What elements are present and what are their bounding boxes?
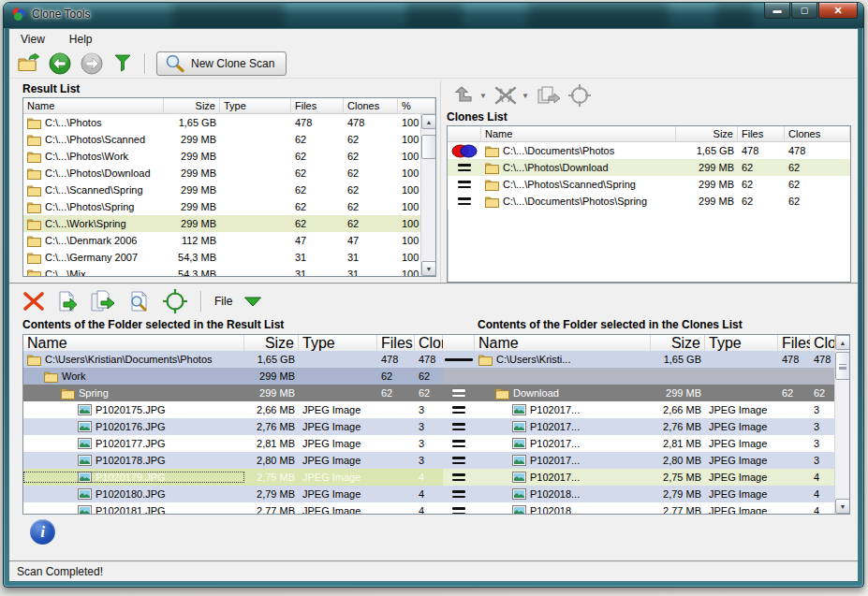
copy-file-icon[interactable] — [90, 290, 116, 313]
result-list-row[interactable]: C:\...\Germany 200754,3 MB3131100 — [23, 249, 420, 266]
locate-icon[interactable] — [163, 289, 187, 313]
result-list-row[interactable]: C:\...\Photos\Scanned299 MB6262100 — [23, 131, 420, 148]
scroll-down-icon[interactable]: ▼ — [835, 499, 850, 514]
column-header-size[interactable]: Size — [676, 126, 738, 142]
scroll-thumb[interactable] — [421, 135, 436, 159]
column-header-name[interactable]: Name — [23, 98, 164, 114]
title-bar[interactable]: Clone Tools ▬ ▢ ✕ — [4, 3, 863, 28]
type-cell: JPEG Image — [705, 438, 778, 449]
clones-contents-row-part[interactable]: P102018...2,77 MBJPEG Image4 — [475, 502, 834, 514]
folder-contents-row[interactable]: P1020176.JPG2,76 MBJPEG Image3P102017...… — [23, 418, 834, 435]
move-file-icon[interactable] — [56, 290, 79, 313]
open-folder-icon[interactable] — [17, 53, 39, 74]
folder-icon — [44, 371, 58, 383]
result-contents-row-part[interactable]: P1020178.JPG2,80 MBJPEG Image3 — [23, 452, 443, 469]
delete-icon[interactable] — [22, 291, 45, 312]
folder-contents-row[interactable]: P1020177.JPG2,81 MBJPEG Image3P102017...… — [23, 435, 834, 452]
folder-contents-row[interactable]: P1020181.JPG2,77 MBJPEG Image4P102018...… — [23, 502, 834, 514]
result-list-row[interactable]: C:\...\Photos\Download299 MB6262100 — [23, 165, 420, 182]
name-cell: C:\...\Mix — [23, 269, 164, 277]
result-contents-row-part[interactable]: P1020177.JPG2,81 MBJPEG Image3 — [23, 435, 443, 452]
clones-contents-row-part[interactable]: P102017...2,66 MBJPEG Image3 — [475, 401, 834, 418]
name-cell: P102017... — [475, 455, 651, 466]
column-header-status[interactable] — [448, 126, 481, 142]
folder-contents-row[interactable]: Work299 MB6262 — [23, 368, 834, 385]
column-header-clones[interactable]: Clones — [344, 98, 398, 114]
item-name: Download — [513, 387, 559, 399]
clones-contents-row-part[interactable]: P102017...2,80 MBJPEG Image3 — [475, 452, 834, 469]
percent-cell: 100 — [398, 167, 420, 179]
clones-contents-row-part[interactable] — [475, 368, 834, 385]
column-header-type[interactable]: Type — [220, 98, 291, 114]
column-header-name[interactable]: Name — [481, 126, 676, 142]
result-list-row[interactable]: C:\...\Photos\Work299 MB6262100 — [23, 148, 420, 165]
minimize-button[interactable]: ▬ — [764, 3, 790, 19]
clones-cell: 4 — [810, 472, 834, 483]
name-cell: C:\...\Documents\Photos\Spring — [481, 196, 676, 208]
menu-view[interactable]: View — [17, 31, 49, 48]
scroll-down-icon[interactable]: ▼ — [421, 261, 436, 276]
folder-contents-row[interactable]: P1020175.JPG2,66 MBJPEG Image3P102017...… — [23, 401, 834, 418]
close-button[interactable]: ✕ — [818, 3, 858, 19]
clones-list-row[interactable]: C:\...\Photos\Scanned\Spring299 MB6262 — [448, 176, 850, 193]
name-cell: P102017... — [475, 421, 651, 432]
new-clone-scan-button[interactable]: New Clone Scan — [156, 51, 287, 76]
percent-cell: 100 — [398, 117, 420, 128]
clones-contents-row-part[interactable]: P102017...2,76 MBJPEG Image3 — [475, 418, 834, 435]
scroll-up-icon[interactable]: ▲ — [835, 335, 850, 350]
result-list-row[interactable]: C:\...\Scanned\Spring299 MB6262100 — [23, 182, 420, 198]
folder-contents-row[interactable]: P1020178.JPG2,80 MBJPEG Image3P102017...… — [23, 452, 834, 469]
percent-cell: 100 — [398, 235, 420, 246]
column-header-clones[interactable]: Clones — [785, 126, 850, 142]
result-contents-row-part[interactable]: Spring299 MB6262 — [23, 385, 443, 401]
result-list-row[interactable]: C:\...\Photos\Spring299 MB6262100 — [23, 198, 420, 215]
result-contents-row-part[interactable]: P1020175.JPG2,66 MBJPEG Image3 — [23, 401, 443, 418]
folder-contents-row[interactable]: P1020180.JPG2,79 MBJPEG Image4P102018...… — [23, 486, 834, 502]
clones-contents-row-part[interactable]: P102017...2,75 MBJPEG Image4 — [475, 469, 834, 486]
result-list-row[interactable]: C:\...\Mix54,3 MB3131100 — [23, 266, 420, 276]
folder-contents-row[interactable]: P1020179.JPG2,75 MBJPEG Image4P102017...… — [23, 469, 834, 486]
folder-icon — [27, 269, 41, 277]
result-list-row[interactable]: C:\...\Work\Spring299 MB6262100 — [23, 215, 420, 232]
back-icon[interactable] — [49, 52, 71, 75]
clones-list-row[interactable]: C:\...\Documents\Photos\Spring299 MB6262 — [448, 193, 850, 210]
name-cell: C:\...\Germany 2007 — [23, 252, 164, 264]
maximize-button[interactable]: ▢ — [791, 3, 817, 19]
name-cell: C:\...\Photos\Download — [481, 162, 676, 174]
result-list-row[interactable]: C:\...\Photos1,65 GB478478100 — [23, 114, 420, 131]
result-contents-row-part[interactable]: Work299 MB6262 — [23, 368, 443, 385]
scroll-thumb[interactable] — [835, 352, 850, 380]
clones-contents-row-part[interactable]: C:\Users\Kristi...1,65 GB478478 — [475, 351, 834, 368]
name-cell: P1020175.JPG — [23, 404, 244, 415]
filter-icon[interactable] — [112, 53, 133, 74]
clones-contents-row-part[interactable]: P102018...2,79 MBJPEG Image4 — [475, 486, 834, 502]
clones-list-row[interactable]: C:\...\Documents\Photos1,65 GB478478 — [448, 142, 850, 159]
type-cell: JPEG Image — [705, 472, 778, 483]
clones-contents-row-part[interactable]: P102017...2,81 MBJPEG Image3 — [475, 435, 834, 452]
result-contents-row-part[interactable]: P1020176.JPG2,76 MBJPEG Image3 — [23, 418, 443, 435]
column-header-percent[interactable]: % — [398, 98, 435, 114]
column-header-size[interactable]: Size — [164, 98, 220, 114]
clones-contents-row-part[interactable]: Download299 MB6262 — [475, 385, 834, 401]
name-cell: C:\Users\Kristian\Documents\Photos — [23, 354, 244, 366]
result-contents-row-part[interactable]: C:\Users\Kristian\Documents\Photos1,65 G… — [23, 351, 443, 368]
file-menu-label[interactable]: File — [214, 295, 232, 308]
result-contents-row-part[interactable]: P1020179.JPG2,75 MBJPEG Image4 — [23, 469, 443, 486]
equals-icon — [458, 181, 471, 188]
result-contents-row-part[interactable]: P1020180.JPG2,79 MBJPEG Image4 — [23, 486, 443, 502]
column-header-files[interactable]: Files — [738, 126, 785, 142]
scroll-up-icon[interactable]: ▲ — [421, 114, 436, 129]
clones-list-row[interactable]: C:\...\Photos\Download299 MB6262 — [448, 159, 850, 176]
result-list-scrollbar[interactable]: ▲ ▼ — [420, 114, 435, 276]
file-dropdown-icon[interactable] — [243, 296, 262, 307]
menu-help[interactable]: Help — [66, 31, 96, 48]
folder-contents-row[interactable]: Spring299 MB6262Download299 MB6262 — [23, 385, 834, 401]
contents-scrollbar[interactable]: ▲ ▼ — [834, 335, 849, 514]
result-list-row[interactable]: C:\...\Denmark 2006112 MB4747100 — [23, 232, 420, 249]
preview-icon[interactable] — [127, 290, 152, 313]
folder-contents-row[interactable]: C:\Users\Kristian\Documents\Photos1,65 G… — [23, 351, 834, 368]
column-header-files[interactable]: Files — [291, 98, 344, 114]
info-icon: i — [30, 519, 55, 545]
name-cell: P102018... — [475, 488, 651, 500]
result-contents-row-part[interactable]: P1020181.JPG2,77 MBJPEG Image4 — [23, 502, 443, 514]
